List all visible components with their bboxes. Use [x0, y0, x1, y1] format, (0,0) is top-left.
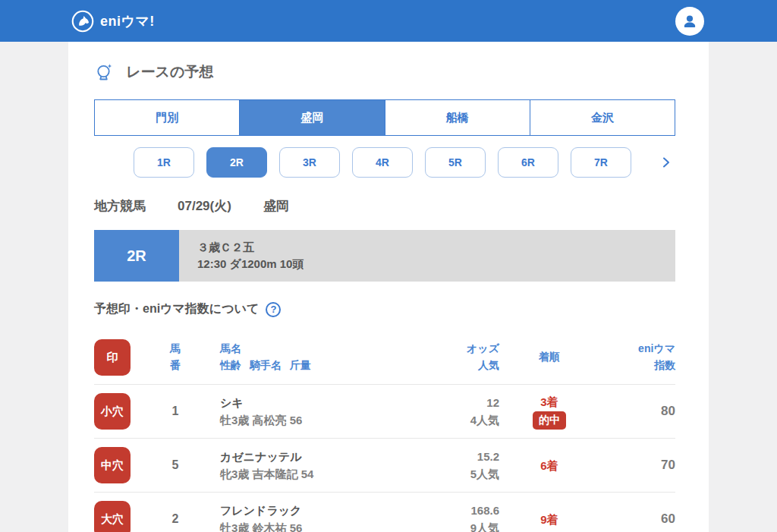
header-odds: オッズ 人気 — [370, 341, 499, 373]
section-title-row: 予想印・eniウマ指数について ? — [94, 301, 683, 317]
index-value: 80 — [599, 404, 675, 419]
horse-number: 1 — [143, 405, 208, 418]
odds-cell: 168.6 9人気 — [370, 502, 499, 532]
mark-badge: 小穴 — [94, 393, 131, 430]
mark-badge: 中穴 — [94, 447, 131, 483]
crystal-ball-icon — [94, 61, 115, 83]
horse-details: 牡3歳 高松亮 56 — [220, 411, 358, 429]
venue-tab-morioka[interactable]: 盛岡 — [239, 100, 384, 135]
table-row: 中穴 5 カゼニナッテル 牝3歳 吉本隆記 54 15.2 5人気 6着 70 — [94, 439, 675, 493]
race-class: ３歳Ｃ２五 — [197, 241, 675, 255]
odds-cell: 15.2 5人気 — [370, 448, 499, 483]
horse-name: カゼニナッテル — [220, 448, 358, 465]
horse-details: 牡3歳 鈴木祐 56 — [220, 519, 358, 532]
hit-badge: 的中 — [533, 411, 566, 430]
person-icon — [681, 12, 699, 30]
horse-name: フレンドラック — [220, 502, 358, 519]
horse-name: シキ — [220, 394, 358, 411]
horse-number: 2 — [143, 512, 208, 526]
logo-text: eniウマ! — [100, 12, 155, 30]
mark-badge: 大穴 — [94, 501, 131, 532]
odds-value: 15.2 — [370, 448, 499, 465]
venue-tabs: 門別 盛岡 船橋 金沢 — [94, 99, 675, 136]
result-text: 6着 — [511, 458, 587, 474]
app-logo[interactable]: eniウマ! — [71, 10, 155, 33]
race-date: 07/29(火) — [178, 197, 231, 215]
race-category: 地方競馬 — [94, 197, 146, 215]
content-card: レースの予想 門別 盛岡 船橋 金沢 1R 2R 3R 4R 5R 6R 7R … — [68, 42, 709, 532]
horse-name-cell: シキ 牡3歳 高松亮 56 — [220, 394, 358, 430]
result-cell: 9着 — [511, 512, 587, 527]
venue-tab-kanazawa[interactable]: 金沢 — [530, 100, 675, 135]
result-cell: 6着 — [511, 458, 587, 474]
user-avatar-button[interactable] — [675, 7, 704, 36]
popularity: 4人気 — [370, 411, 499, 429]
section-title: 予想印・eniウマ指数について — [94, 301, 259, 317]
horse-name-cell: カゼニナッテル 牝3歳 吉本隆記 54 — [220, 448, 358, 483]
odds-value: 168.6 — [370, 502, 499, 519]
horse-logo-icon — [71, 10, 94, 33]
header-horse-name: 馬名 性齢 騎手名 斤量 — [220, 341, 358, 373]
race-banner: 2R ３歳Ｃ２五 12:30 ダ1200m 10頭 — [94, 230, 675, 282]
race-banner-info: ３歳Ｃ２五 12:30 ダ1200m 10頭 — [179, 230, 675, 282]
race-tab-7r[interactable]: 7R — [571, 147, 631, 178]
prediction-table: 印 馬 番 馬名 性齢 騎手名 斤量 オッズ 人気 着順 eniウマ 指数 小穴… — [94, 331, 675, 532]
table-row: 大穴 2 フレンドラック 牡3歳 鈴木祐 56 168.6 9人気 9着 60 — [94, 493, 675, 532]
race-tab-2r[interactable]: 2R — [206, 147, 267, 178]
result-cell: 3着 的中 — [511, 394, 587, 430]
race-meta-row: 地方競馬 07/29(火) 盛岡 — [94, 197, 683, 215]
table-row: 小穴 1 シキ 牡3歳 高松亮 56 12 4人気 3着 的中 80 — [94, 385, 675, 439]
venue-tab-monbetsu[interactable]: 門別 — [95, 100, 239, 135]
result-text: 9着 — [511, 512, 587, 527]
venue-tab-funabashi[interactable]: 船橋 — [385, 100, 530, 135]
race-tab-4r[interactable]: 4R — [352, 147, 413, 178]
horse-name-cell: フレンドラック 牡3歳 鈴木祐 56 — [220, 502, 358, 532]
race-tab-5r[interactable]: 5R — [425, 147, 486, 178]
app-header: eniウマ! — [0, 0, 777, 42]
race-details: 12:30 ダ1200m 10頭 — [197, 257, 675, 272]
race-tab-6r[interactable]: 6R — [498, 147, 558, 178]
header-index: eniウマ 指数 — [599, 341, 675, 373]
page-title-row: レースの予想 — [94, 61, 683, 83]
table-header-row: 印 馬 番 馬名 性齢 騎手名 斤量 オッズ 人気 着順 eniウマ 指数 — [94, 331, 675, 385]
header-mark-badge: 印 — [94, 339, 131, 376]
index-value: 70 — [599, 458, 675, 473]
odds-value: 12 — [370, 394, 499, 411]
header-horse-number: 馬 番 — [143, 341, 208, 373]
page-title: レースの予想 — [126, 62, 213, 82]
result-text: 3着 — [511, 394, 587, 410]
race-tab-1r[interactable]: 1R — [134, 147, 194, 178]
popularity: 9人気 — [370, 519, 499, 532]
race-banner-number: 2R — [94, 230, 179, 282]
odds-cell: 12 4人気 — [370, 394, 499, 430]
race-venue: 盛岡 — [263, 197, 289, 215]
horse-details: 牝3歳 吉本隆記 54 — [220, 465, 358, 483]
index-value: 60 — [599, 512, 675, 527]
popularity: 5人気 — [370, 465, 499, 483]
race-tab-3r[interactable]: 3R — [279, 147, 340, 178]
race-number-row: 1R 2R 3R 4R 5R 6R 7R — [134, 147, 683, 178]
horse-number: 5 — [143, 458, 208, 472]
header-result: 着順 — [511, 349, 587, 366]
chevron-right-icon[interactable] — [660, 156, 672, 168]
help-icon[interactable]: ? — [266, 302, 281, 317]
